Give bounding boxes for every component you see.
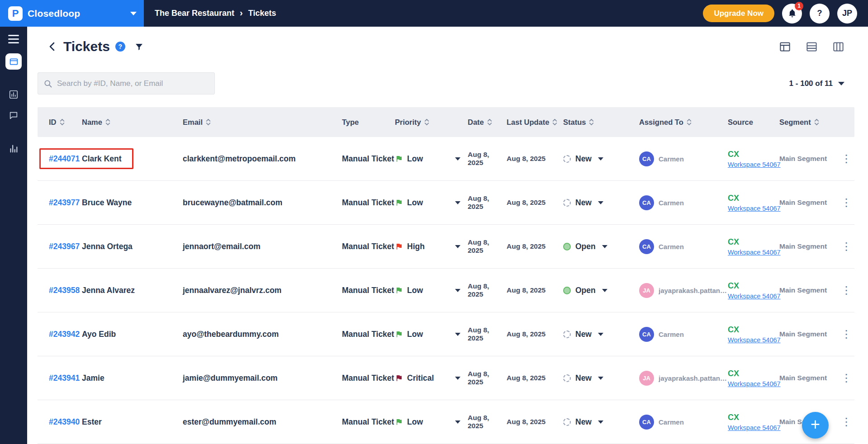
row-menu-button[interactable]: ⋮ [841,241,852,252]
status-dropdown-caret-icon[interactable] [598,157,603,161]
table-row[interactable]: #243940 Ester ester@dummyemail.com Manua… [38,400,854,444]
ticket-id-link[interactable]: #243967 [49,242,80,251]
assignee-initials: CA [642,156,651,162]
add-ticket-button[interactable]: + [802,412,829,439]
pagination-caret-icon [838,82,844,85]
table-view-icon[interactable] [779,41,791,53]
sort-icon[interactable] [589,118,594,126]
ticket-segment: Main Segment [779,198,841,207]
priority-dropdown-caret-icon[interactable] [455,420,460,424]
table-row[interactable]: #243942 Ayo Edib ayo@thebeardummy.com Ma… [38,312,854,356]
search-box[interactable] [38,72,215,94]
priority-label: Low [407,286,423,295]
sort-icon[interactable] [105,118,110,126]
workspace-link[interactable]: Workspace 54067 [728,424,781,431]
notification-badge: 1 [795,2,803,10]
help-button[interactable]: ? [810,4,830,24]
split-view-icon[interactable] [806,41,818,53]
row-menu-button[interactable]: ⋮ [841,285,852,296]
row-menu-button[interactable]: ⋮ [841,416,852,427]
priority-dropdown-caret-icon[interactable] [455,333,460,336]
sort-icon[interactable] [60,118,65,126]
menu-icon[interactable] [8,35,19,43]
table-row[interactable]: #243941 Jamie jamie@dummyemail.com Manua… [38,356,854,400]
column-header-id[interactable]: ID [49,118,82,127]
column-header-last-update[interactable]: Last Update [507,118,563,127]
sidebar-item-dashboard[interactable] [9,90,19,99]
column-header-email[interactable]: Email [183,118,342,127]
assignee-initials: CA [642,243,651,250]
assignee-name: Carmen [659,418,684,426]
source-label: CX [728,369,739,378]
sort-icon[interactable] [206,118,211,126]
pagination-selector[interactable]: 1 - 100 of 11 [789,79,844,88]
table-row[interactable]: #243967 Jenna Ortega jennaort@email.com … [38,225,854,269]
status-icon [563,374,571,382]
table-row[interactable]: #243958 Jenna Alvarez jennaalvarez@jnalv… [38,269,854,312]
workspace-link[interactable]: Workspace 54067 [728,161,781,168]
priority-dropdown-caret-icon[interactable] [455,289,460,292]
ticket-id-link[interactable]: #244071 [49,154,80,164]
ticket-segment: Main Segment [779,155,841,163]
workspace-link[interactable]: Workspace 54067 [728,205,781,212]
status-dropdown-caret-icon[interactable] [598,377,603,380]
row-menu-button[interactable]: ⋮ [841,329,852,340]
ticket-id-link[interactable]: #243977 [49,198,80,208]
priority-dropdown-caret-icon[interactable] [455,377,460,380]
workspace-link[interactable]: Workspace 54067 [728,293,781,300]
upgrade-button[interactable]: Upgrade Now [703,5,774,22]
breadcrumb: The Bear Restaurant › Tickets [155,9,276,18]
ticket-id-link[interactable]: #243941 [49,373,80,383]
sort-icon[interactable] [687,118,692,126]
status-dropdown-caret-icon[interactable] [598,420,603,424]
workspace-link[interactable]: Workspace 54067 [728,380,781,387]
search-input[interactable] [57,79,209,88]
workspace-link[interactable]: Workspace 54067 [728,249,781,256]
status-dropdown-caret-icon[interactable] [602,289,607,292]
workspace-switcher[interactable]: P Closedloop [0,0,144,27]
notifications-button[interactable]: 1 [782,4,802,24]
topbar-actions: Upgrade Now 1 ? JP [703,4,868,24]
column-header-priority[interactable]: Priority [395,118,468,127]
sidebar-item-analytics[interactable] [9,144,19,154]
column-header-name[interactable]: Name [82,118,183,127]
sort-icon[interactable] [552,118,557,126]
filter-button[interactable] [134,42,144,52]
priority-dropdown-caret-icon[interactable] [455,201,460,204]
column-header-date[interactable]: Date [468,118,507,127]
column-header-source: Source [728,118,779,127]
table-row[interactable]: #244071 Clark Kent clarkkent@metropoemai… [38,137,854,181]
sort-icon[interactable] [424,118,429,126]
user-avatar[interactable]: JP [837,4,857,24]
ticket-id-link[interactable]: #243958 [49,286,80,295]
assignee-avatar: CA [639,195,654,210]
column-header-segment[interactable]: Segment [779,118,841,127]
ticket-id-link[interactable]: #243942 [49,330,80,339]
column-label: Name [82,118,102,127]
table-row[interactable]: #243977 Bruce Wayne brucewayne@batmail.c… [38,181,854,225]
sidebar-item-chat[interactable] [9,110,19,120]
sidebar-item-tickets[interactable] [5,53,22,70]
column-header-status[interactable]: Status [563,118,639,127]
row-menu-button[interactable]: ⋮ [841,197,852,208]
ticket-email: ester@dummyemail.com [183,417,342,427]
column-header-assigned-to[interactable]: Assigned To [639,118,728,127]
priority-dropdown-caret-icon[interactable] [455,157,460,161]
status-dropdown-caret-icon[interactable] [598,201,603,204]
sort-icon[interactable] [814,118,819,126]
row-menu-button[interactable]: ⋮ [841,373,852,383]
status-dropdown-caret-icon[interactable] [602,245,607,248]
status-dropdown-caret-icon[interactable] [598,333,603,336]
back-button[interactable] [47,41,58,52]
workspace-link[interactable]: Workspace 54067 [728,336,781,344]
sort-icon[interactable] [487,118,492,126]
row-menu-button[interactable]: ⋮ [841,153,852,164]
analytics-icon [9,144,19,154]
priority-label: High [407,242,425,251]
workspace-dropdown-caret-icon[interactable] [130,12,137,15]
title-help-icon[interactable]: ? [115,42,125,52]
breadcrumb-restaurant[interactable]: The Bear Restaurant [155,9,234,18]
column-view-icon[interactable] [832,41,844,53]
ticket-id-link[interactable]: #243940 [49,417,80,427]
priority-dropdown-caret-icon[interactable] [455,245,460,248]
